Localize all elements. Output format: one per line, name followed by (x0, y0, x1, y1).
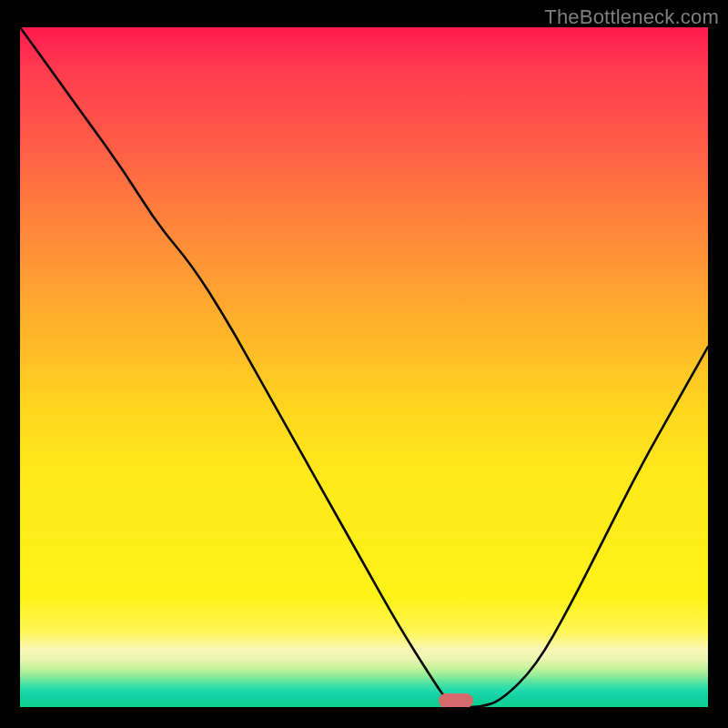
chart-container: TheBottleneck.com (0, 0, 728, 728)
watermark-text: TheBottleneck.com (544, 5, 719, 29)
optimum-marker (439, 693, 473, 707)
heat-gradient (20, 27, 708, 707)
plot-area (20, 27, 708, 707)
